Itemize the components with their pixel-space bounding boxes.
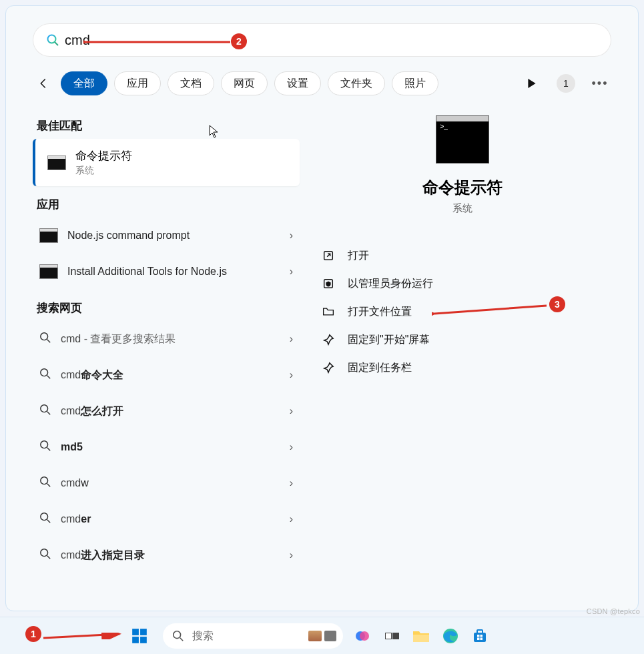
chevron-right-icon: › (290, 266, 293, 278)
search-icon (39, 332, 51, 346)
svg-rect-33 (480, 635, 483, 637)
action-open[interactable]: 打开 (321, 242, 611, 270)
shield-icon (321, 278, 336, 290)
svg-point-27 (360, 631, 369, 641)
svg-rect-28 (413, 635, 429, 642)
web-result[interactable]: cmd怎么打开› (33, 393, 300, 429)
edge-icon[interactable] (440, 626, 460, 646)
svg-rect-35 (480, 637, 483, 640)
annotation-arrow-1 (42, 633, 122, 639)
taskbar-search-widgets (308, 631, 336, 641)
filter-toolbar: 全部 应用 文档 网页 设置 文件夹 照片 1 ••• (33, 71, 611, 95)
best-match-subtitle: 系统 (75, 165, 132, 177)
svg-point-2 (41, 333, 48, 340)
web-result-label: md5 (61, 441, 280, 453)
svg-line-1 (55, 42, 58, 45)
task-view-icon[interactable] (382, 626, 402, 646)
back-button[interactable] (33, 73, 54, 94)
chevron-right-icon: › (290, 405, 293, 417)
best-match-title: 命令提示符 (75, 148, 132, 164)
file-explorer-icon[interactable] (411, 626, 431, 646)
action-label: 打开文件位置 (348, 305, 412, 319)
store-icon[interactable] (470, 626, 490, 646)
svg-rect-20 (132, 629, 139, 635)
action-pin[interactable]: 固定到"开始"屏幕 (321, 326, 611, 354)
tab-folders[interactable]: 文件夹 (328, 71, 385, 95)
web-result[interactable]: cmdw› (33, 465, 300, 501)
more-icon[interactable]: ••• (589, 72, 611, 95)
tab-settings[interactable]: 设置 (274, 71, 321, 95)
tab-apps[interactable]: 应用 (114, 71, 161, 95)
svg-rect-21 (140, 629, 147, 635)
taskbar-search[interactable] (163, 623, 343, 649)
best-match-item[interactable]: 命令提示符 系统 (33, 139, 300, 186)
result-count-badge[interactable]: 1 (557, 74, 575, 93)
play-icon[interactable] (521, 72, 543, 95)
chevron-right-icon: › (290, 230, 293, 242)
annotation-arrow-2 (83, 39, 234, 45)
tab-web[interactable]: 网页 (221, 71, 268, 95)
annotation-arrow-3 (432, 304, 549, 316)
web-result[interactable]: cmd命令大全› (33, 357, 300, 393)
section-apps: 应用 (37, 197, 300, 212)
section-best-match: 最佳匹配 (37, 118, 300, 133)
search-icon (39, 368, 51, 382)
chevron-right-icon: › (290, 333, 293, 345)
web-result[interactable]: cmd进入指定目录› (33, 537, 300, 573)
search-icon (39, 548, 51, 563)
chevron-right-icon: › (290, 513, 293, 525)
svg-line-7 (47, 412, 51, 415)
search-icon (46, 33, 63, 47)
web-result[interactable]: md5› (33, 429, 300, 465)
svg-rect-34 (477, 637, 480, 640)
cursor-icon (209, 125, 220, 141)
folder-icon (321, 306, 336, 318)
pin-icon (321, 334, 336, 346)
action-label: 以管理员身份运行 (348, 277, 433, 291)
search-icon (39, 440, 51, 454)
svg-rect-32 (477, 635, 480, 637)
web-result-label: cmd怎么打开 (61, 404, 280, 418)
cmd-icon (39, 264, 58, 279)
pin-icon (321, 362, 336, 374)
svg-rect-22 (132, 637, 139, 643)
svg-line-15 (47, 556, 51, 559)
copilot-icon[interactable] (352, 626, 372, 646)
svg-point-0 (48, 35, 56, 43)
svg-line-5 (47, 376, 51, 379)
svg-point-24 (174, 631, 181, 638)
annotation-bubble-3: 3 (549, 296, 565, 312)
chevron-right-icon: › (290, 477, 293, 489)
start-button[interactable] (129, 626, 149, 646)
web-result-label: cmd进入指定目录 (61, 549, 280, 563)
action-shield[interactable]: 以管理员身份运行 (321, 270, 611, 298)
svg-point-10 (41, 477, 48, 484)
svg-point-4 (41, 369, 48, 376)
action-pin[interactable]: 固定到任务栏 (321, 354, 611, 382)
app-result[interactable]: Node.js command prompt› (33, 218, 300, 254)
svg-point-8 (41, 441, 48, 448)
search-icon (172, 630, 184, 642)
svg-line-25 (180, 637, 184, 641)
svg-line-36 (43, 634, 119, 638)
svg-point-14 (41, 549, 48, 557)
app-result[interactable]: Install Additional Tools for Node.js› (33, 254, 300, 290)
web-result[interactable]: cmd - 查看更多搜索结果› (33, 321, 300, 357)
action-label: 打开 (348, 249, 369, 263)
search-icon (39, 404, 51, 418)
tab-docs[interactable]: 文档 (168, 71, 214, 95)
action-label: 固定到任务栏 (348, 361, 412, 375)
svg-line-3 (47, 340, 51, 343)
annotation-bubble-2: 2 (231, 33, 247, 49)
open-icon (321, 250, 336, 262)
chevron-right-icon: › (290, 441, 293, 453)
tab-all[interactable]: 全部 (61, 71, 107, 95)
tab-photos[interactable]: 照片 (392, 71, 438, 95)
detail-title: 命令提示符 (313, 177, 611, 198)
chevron-right-icon: › (290, 549, 293, 561)
chevron-right-icon: › (290, 369, 293, 381)
web-result[interactable]: cmder› (33, 501, 300, 537)
web-result-label: cmd命令大全 (61, 368, 280, 382)
svg-rect-31 (477, 630, 482, 633)
svg-point-12 (41, 513, 48, 521)
